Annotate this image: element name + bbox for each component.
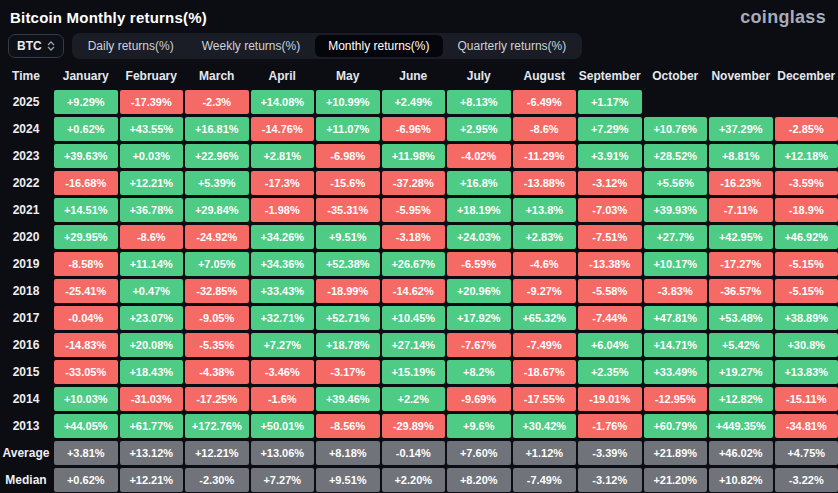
- return-cell: -4.38%: [185, 360, 249, 384]
- return-cell: -6.98%: [316, 144, 380, 168]
- return-cell: +5.42%: [709, 333, 773, 357]
- return-cell: -15.11%: [775, 387, 838, 411]
- return-cell: +27.14%: [382, 333, 446, 357]
- return-cell: -2.3%: [185, 90, 249, 114]
- table-row-2021: 2021+14.51%+36.78%+29.84%-1.98%-35.31%-5…: [0, 198, 838, 222]
- return-cell: -35.31%: [316, 198, 380, 222]
- row-label: 2015: [0, 360, 52, 384]
- return-cell: +15.19%: [382, 360, 446, 384]
- row-label: 2021: [0, 198, 52, 222]
- return-cell: +34.36%: [251, 252, 315, 276]
- return-cell: +0.62%: [54, 117, 118, 141]
- return-cell: -3.12%: [578, 171, 642, 195]
- return-cell: +14.51%: [54, 198, 118, 222]
- return-cell: -6.59%: [447, 252, 511, 276]
- return-cell: +28.52%: [644, 144, 708, 168]
- return-cell: +39.63%: [54, 144, 118, 168]
- return-cell: -0.04%: [54, 306, 118, 330]
- table-row-2014: 2014+10.03%-31.03%-17.25%-1.6%+39.46%+2.…: [0, 387, 838, 411]
- return-cell: +8.18%: [316, 441, 380, 465]
- tab-quarterly-returns[interactable]: Quarterly returns(%): [445, 35, 580, 57]
- return-cell: -34.81%: [775, 414, 838, 438]
- return-cell: -7.67%: [447, 333, 511, 357]
- column-header-time: Time: [0, 63, 52, 89]
- return-cell: +29.84%: [185, 198, 249, 222]
- return-cell: +23.07%: [120, 306, 184, 330]
- return-cell: +17.92%: [447, 306, 511, 330]
- return-cell: -5.58%: [578, 279, 642, 303]
- return-cell: +24.03%: [447, 225, 511, 249]
- return-cell: -5.15%: [775, 252, 838, 276]
- row-label: 2014: [0, 387, 52, 411]
- return-cell: -17.55%: [513, 387, 577, 411]
- table-row-2019: 2019-8.58%+11.14%+7.05%+34.36%+52.38%+26…: [0, 252, 838, 276]
- return-cell: -8.56%: [316, 414, 380, 438]
- return-cell: +39.46%: [316, 387, 380, 411]
- return-cell: +39.93%: [644, 198, 708, 222]
- row-label: Median: [0, 468, 52, 492]
- return-cell: +0.47%: [120, 279, 184, 303]
- symbol-select[interactable]: BTC: [8, 34, 64, 58]
- return-cell: +5.56%: [644, 171, 708, 195]
- table-row-2016: 2016-14.83%+20.08%-5.35%+7.27%+18.78%+27…: [0, 333, 838, 357]
- return-cell: +19.27%: [709, 360, 773, 384]
- return-cell: +33.49%: [644, 360, 708, 384]
- row-label: 2018: [0, 279, 52, 303]
- return-cell: -3.83%: [644, 279, 708, 303]
- return-cell: +42.95%: [709, 225, 773, 249]
- table-header-row: TimeJanuaryFebruaryMarchAprilMayJuneJuly…: [0, 63, 838, 89]
- return-cell: -33.05%: [54, 360, 118, 384]
- return-cell: +46.92%: [775, 225, 838, 249]
- tab-weekly-returns[interactable]: Weekly returns(%): [189, 35, 313, 57]
- return-cell: +61.77%: [120, 414, 184, 438]
- return-cell: +12.21%: [120, 171, 184, 195]
- return-cell: +1.17%: [578, 90, 642, 114]
- return-cell: -3.18%: [382, 225, 446, 249]
- return-cell: +29.95%: [54, 225, 118, 249]
- row-label: 2016: [0, 333, 52, 357]
- return-cell: -36.57%: [709, 279, 773, 303]
- return-cell: +8.2%: [447, 360, 511, 384]
- return-cell: -37.28%: [382, 171, 446, 195]
- return-cell: -5.15%: [775, 279, 838, 303]
- return-cell: +43.55%: [120, 117, 184, 141]
- tab-daily-returns[interactable]: Daily returns(%): [75, 35, 187, 57]
- return-cell: +12.21%: [185, 441, 249, 465]
- return-cell: +14.08%: [251, 90, 315, 114]
- return-cell: +10.76%: [644, 117, 708, 141]
- return-cell: +18.78%: [316, 333, 380, 357]
- return-cell: +172.76%: [185, 414, 249, 438]
- return-cell: [775, 90, 838, 114]
- table-row-2017: 2017-0.04%+23.07%-9.05%+32.71%+52.71%+10…: [0, 306, 838, 330]
- column-header-june: June: [382, 63, 446, 89]
- return-cell: +53.48%: [709, 306, 773, 330]
- return-cell: +10.99%: [316, 90, 380, 114]
- return-cell: -9.05%: [185, 306, 249, 330]
- return-cell: +12.21%: [120, 468, 184, 492]
- monthly-returns-table: TimeJanuaryFebruaryMarchAprilMayJuneJuly…: [0, 63, 838, 492]
- return-cell: +30.42%: [513, 414, 577, 438]
- return-cell: [709, 90, 773, 114]
- column-header-september: September: [578, 63, 642, 89]
- return-cell: -1.76%: [578, 414, 642, 438]
- return-cell: +20.08%: [120, 333, 184, 357]
- return-cell: +10.03%: [54, 387, 118, 411]
- return-cell: +2.49%: [382, 90, 446, 114]
- toolbar: BTC Daily returns(%) Weekly returns(%) M…: [8, 32, 826, 60]
- tab-monthly-returns[interactable]: Monthly returns(%): [315, 35, 442, 57]
- row-label: 2022: [0, 171, 52, 195]
- return-cell: -19.01%: [578, 387, 642, 411]
- return-cell: -6.49%: [513, 90, 577, 114]
- return-cell: +13.12%: [120, 441, 184, 465]
- return-cell: -5.35%: [185, 333, 249, 357]
- symbol-select-value: BTC: [17, 39, 42, 53]
- return-cell: +2.35%: [578, 360, 642, 384]
- return-cell: -13.88%: [513, 171, 577, 195]
- row-label: 2025: [0, 90, 52, 114]
- return-cell: -17.39%: [120, 90, 184, 114]
- return-cell: +6.04%: [578, 333, 642, 357]
- return-cell: -31.03%: [120, 387, 184, 411]
- return-cell: -25.41%: [54, 279, 118, 303]
- return-cell: +7.27%: [251, 333, 315, 357]
- return-cell: +32.71%: [251, 306, 315, 330]
